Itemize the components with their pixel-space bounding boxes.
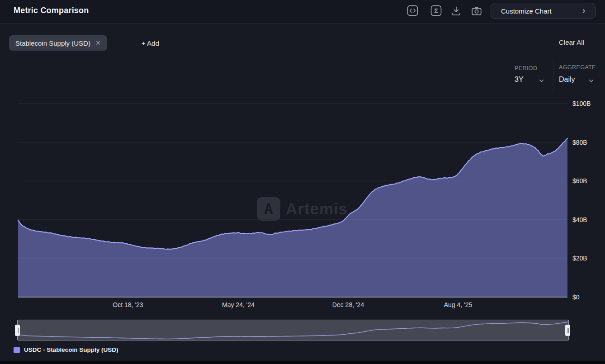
- legend-label: USDC - Stablecoin Supply (USD): [24, 346, 118, 353]
- y-tick-label: $60B: [572, 177, 587, 184]
- legend-color-swatch: [14, 347, 20, 353]
- y-tick-label: $40B: [572, 216, 587, 223]
- series-area: [18, 138, 567, 297]
- y-tick-label: $0: [572, 293, 580, 301]
- y-tick-label: $80B: [572, 139, 587, 146]
- x-tick-label: May 24, '24: [222, 301, 255, 308]
- legend: USDC - Stablecoin Supply (USD): [14, 346, 118, 353]
- x-tick-label: Aug 4, '25: [444, 301, 473, 308]
- time-range-brush[interactable]: [17, 320, 569, 340]
- y-tick-label: $100B: [572, 100, 591, 107]
- bottom-edge: [0, 361, 605, 364]
- x-tick-label: Dec 28, '24: [332, 301, 364, 308]
- brush-handle-left[interactable]: [15, 325, 20, 336]
- brush-handle-right[interactable]: [565, 325, 570, 336]
- y-tick-label: $20B: [572, 255, 587, 262]
- x-tick-label: Oct 18, '23: [113, 301, 143, 308]
- supply-area-chart[interactable]: [0, 0, 605, 364]
